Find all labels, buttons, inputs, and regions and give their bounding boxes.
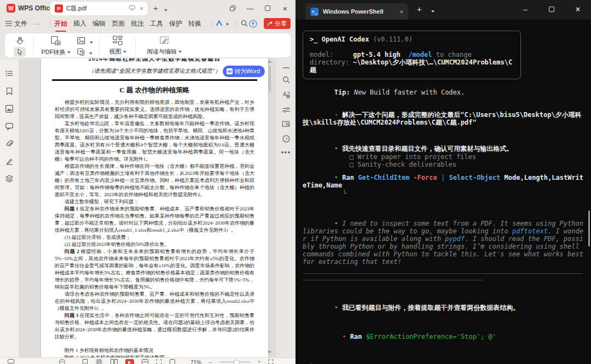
thinking-link-2: pypdf [445, 235, 465, 243]
paragraph: 某乡村地处华北山区，常年温度偏低，大多数耕地每年只能种植一季农作物。该乡村现有露… [55, 120, 254, 163]
hand-tool-icon[interactable] [16, 37, 24, 47]
translate-icon[interactable]: A [282, 91, 290, 101]
outline-icon[interactable] [5, 70, 13, 80]
accessibility-icon[interactable] [59, 359, 65, 364]
comment-icon[interactable] [5, 122, 13, 132]
terminal-window: >_ Windows PowerShell × + — × >_ OpenAI … [296, 0, 591, 364]
menu-more[interactable]: ⋯ [33, 20, 40, 28]
attachment-icon[interactable] [5, 140, 13, 150]
view-button[interactable]: 视图 [105, 36, 131, 56]
pdf-convert-button[interactable]: W PDF转换 [39, 36, 73, 56]
success-bullet: • [334, 174, 338, 181]
ai-assistant-icon[interactable] [216, 20, 223, 28]
attachments-list: 附件 1 乡村现有耕地和农作物的基本情况 附件 2 2023 年乡村农作物种植和… [55, 347, 254, 359]
zoom-percent[interactable]: 71% [190, 360, 201, 364]
zoom-slider-knob[interactable] [234, 360, 240, 364]
share-button[interactable]: 分享 [264, 18, 291, 29]
menu-file[interactable]: 文件 [14, 19, 27, 28]
upload-cloud-icon[interactable] [249, 20, 257, 30]
help-icon[interactable]: ? [282, 135, 290, 145]
turn-divider-short [303, 280, 483, 280]
actual-size-icon[interactable] [170, 359, 175, 364]
tip-em: New [354, 89, 366, 96]
menu-tab-edit[interactable]: 编辑 [92, 19, 106, 28]
terminal-tab-dropdown-icon[interactable] [431, 7, 434, 15]
powershell-icon: >_ [310, 8, 318, 16]
zoom-out-icon[interactable]: – [209, 360, 212, 364]
window-manage-icon[interactable] [223, 0, 242, 16]
menu-tab-page[interactable]: 页面 [112, 19, 125, 28]
word-doc-icon: W [227, 68, 233, 74]
menu-tab-insert[interactable]: 插入 [73, 19, 86, 28]
fit-width-icon[interactable] [142, 359, 148, 364]
flag: -Force [413, 174, 437, 181]
select-tool-button[interactable] [14, 47, 26, 57]
read-edit-button[interactable]: 阅读与编辑 [143, 36, 186, 56]
page-title-clipped: 2024年高教社杯全国大学生数学建模竞赛题目 [41, 58, 268, 62]
new-tab-button[interactable]: + [153, 3, 158, 13]
thumbnail-icon[interactable] [5, 105, 13, 115]
zoom-slider[interactable] [219, 361, 250, 363]
new-terminal-tab-button[interactable]: + [417, 5, 421, 14]
wps-logo[interactable]: W WPS Office [7, 4, 54, 13]
terminal-maximize-button[interactable] [541, 0, 563, 19]
presentation-mode-icon[interactable] [129, 5, 135, 11]
view-grid-icon [113, 36, 123, 45]
terminal-minimize-button[interactable]: — [514, 0, 536, 19]
fullscreen-icon[interactable] [268, 359, 274, 364]
right-tool-strip: A ? ●●● [276, 61, 296, 155]
read-mode-icon[interactable] [282, 120, 290, 130]
convert-to-word-button[interactable]: W 转为Word [223, 66, 265, 77]
play-mode-button[interactable]: ▶ [125, 359, 134, 364]
close-terminal-tab-icon[interactable]: × [399, 8, 403, 15]
tab-list-icon[interactable] [164, 5, 167, 15]
powershell-tab[interactable]: >_ Windows PowerShell × [305, 3, 408, 20]
terminal-close-button[interactable]: × [567, 0, 589, 19]
menu-tab-convert[interactable]: 转换 [188, 19, 201, 28]
expand-toolbar-icon[interactable] [226, 20, 229, 28]
bookmark-status-icon[interactable] [83, 359, 88, 364]
directory-label: directory: [310, 58, 353, 66]
left-panel-sidebar [0, 60, 19, 358]
document-tab-title: C题.pdf [66, 4, 129, 13]
question-1-item-1: (1) 超过部分滞销，造成浪费； [55, 234, 254, 241]
terminal-body[interactable]: >_ OpenAI Codex (v0.111.0) model:gpt-5.4… [296, 20, 591, 364]
cmdlet-1: Get-ChildItem [358, 174, 409, 181]
menu-tab-home[interactable]: 开始 [54, 19, 67, 28]
menu-tab-tools[interactable]: 工具 [150, 19, 163, 28]
scrollbar-thumb[interactable] [268, 66, 271, 92]
pdf-convert-icon: W [50, 36, 61, 46]
minimize-button[interactable]: — [241, 0, 259, 16]
zoom-in-icon[interactable]: + [258, 359, 260, 364]
paragraph: 请建立数学模型，研究下列问题： [55, 198, 254, 206]
maximize-button[interactable] [258, 0, 277, 16]
pdf-convert-label: PDF转换 [41, 49, 65, 55]
document-tab[interactable]: P C题.pdf × [50, 2, 148, 15]
fit-page-icon[interactable] [156, 359, 162, 364]
document-viewport[interactable]: 2024年高教社杯全国大学生数学建模竞赛题目 （请先阅读“全国大学生数学建模竞赛… [19, 58, 276, 358]
ran-command-2: • Ran $ErrorActionPreference='Stop'; @' … [303, 310, 586, 364]
question-3: 问题 3 在现实生活中，各种农作物之间可能存在一定的可替代性和互补性，预期销售量… [55, 312, 254, 340]
menu-tab-protect[interactable]: 保护 [169, 19, 182, 28]
terminal-scrollbar[interactable] [588, 210, 590, 246]
collapse-toolbar-icon[interactable] [283, 61, 289, 71]
search-doc-icon[interactable] [282, 76, 290, 86]
menu-tab-comment[interactable]: 批注 [131, 19, 144, 28]
close-tab-icon[interactable]: × [140, 5, 143, 13]
monitor-icon[interactable] [8, 359, 14, 364]
search-icon[interactable] [241, 20, 248, 28]
close-window-button[interactable]: × [276, 0, 294, 16]
copy-pages-icon[interactable] [77, 48, 92, 58]
hamburger-menu-icon[interactable] [5, 20, 12, 28]
layers-icon[interactable] [5, 175, 13, 185]
more-options-icon[interactable]: ●●● [281, 150, 291, 155]
settings-sliders-icon[interactable] [282, 105, 290, 115]
bookmark-icon[interactable] [6, 87, 13, 97]
divider [236, 20, 237, 27]
powershell-tab-title: Windows PowerShell [323, 8, 395, 15]
signature-icon[interactable] [5, 157, 13, 167]
two-page-icon[interactable] [111, 359, 118, 364]
insert-image-icon[interactable] [77, 37, 93, 47]
document-scrollbar[interactable] [268, 60, 271, 355]
single-page-icon[interactable] [95, 359, 103, 364]
